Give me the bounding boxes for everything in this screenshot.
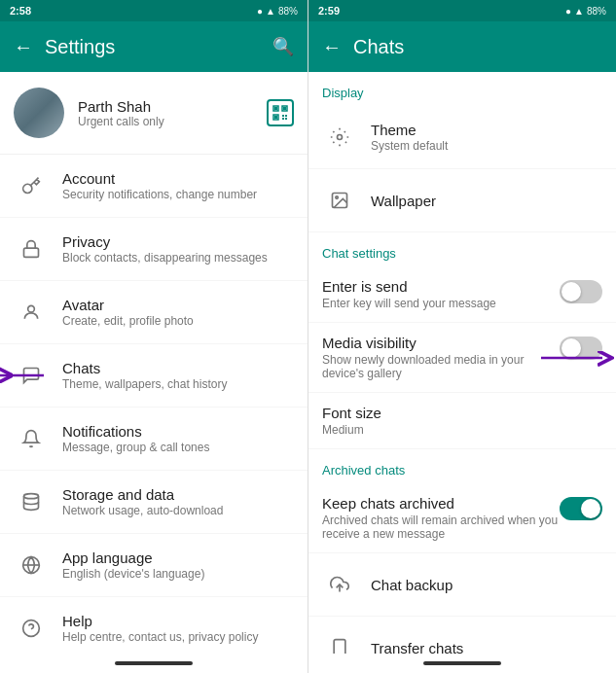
right-back-button[interactable]: ← — [322, 36, 342, 58]
right-phone: 2:59 ● ▲ 88% ← Chats Display Theme Syste… — [308, 0, 616, 673]
profile-name: Parth Shah — [78, 98, 267, 115]
svg-rect-9 — [285, 118, 287, 120]
right-time: 2:59 — [318, 5, 340, 17]
storage-icon — [14, 484, 49, 519]
svg-rect-8 — [282, 118, 284, 120]
wifi-icon: ● — [257, 6, 263, 17]
chat-settings-header: Chat settings — [308, 232, 616, 266]
keep-archived-title: Keep chats archived — [322, 495, 560, 512]
left-content: Parth Shah Urgent calls only — [0, 72, 308, 654]
avatar-subtitle: Create, edit, profile photo — [62, 314, 294, 328]
settings-item-notifications[interactable]: Notifications Message, group & call tone… — [0, 407, 308, 471]
font-size-subtitle: Medium — [322, 423, 602, 437]
right-wifi-icon: ● — [565, 6, 571, 17]
enter-is-send-knob — [562, 282, 581, 301]
transfer-chats-icon — [322, 630, 357, 654]
notifications-icon — [14, 421, 49, 456]
wallpaper-title: Wallpaper — [371, 193, 436, 209]
right-signal-icon: ▲ — [574, 6, 584, 17]
wallpaper-item[interactable]: Wallpaper — [308, 169, 616, 232]
signal-icon: ▲ — [266, 6, 275, 17]
keep-archived-subtitle: Archived chats will remain archived when… — [322, 514, 560, 541]
account-subtitle: Security notifications, change number — [62, 188, 294, 201]
wallpaper-icon — [322, 183, 357, 218]
notifications-text: Notifications Message, group & call tone… — [62, 423, 294, 454]
account-icon — [14, 168, 49, 203]
chat-backup-item[interactable]: Chat backup — [308, 553, 616, 617]
transfer-chats-item[interactable]: Transfer chats — [308, 617, 616, 654]
right-battery: 88% — [587, 6, 606, 17]
settings-item-help[interactable]: Help Help centre, contact us, privacy po… — [0, 597, 308, 654]
svg-rect-22 — [334, 640, 345, 654]
display-section-header: Display — [308, 72, 616, 106]
archived-chats-header: Archived chats — [308, 449, 616, 483]
account-title: Account — [62, 170, 294, 187]
enter-is-send-text: Enter is send Enter key will send your m… — [322, 278, 560, 310]
notifications-title: Notifications — [62, 423, 294, 440]
settings-item-chats[interactable]: Chats Theme, wallpapers, chat history — [0, 344, 308, 407]
theme-title: Theme — [371, 122, 602, 138]
avatar-icon — [14, 295, 49, 330]
settings-item-account[interactable]: Account Security notifications, change n… — [0, 155, 308, 218]
privacy-icon — [14, 231, 49, 266]
search-button[interactable]: 🔍 — [272, 36, 294, 57]
language-subtitle: English (device's language) — [62, 567, 294, 581]
avatar — [14, 88, 64, 138]
left-back-button[interactable]: ← — [14, 36, 33, 58]
qr-button[interactable] — [267, 99, 294, 126]
enter-is-send-title: Enter is send — [322, 278, 560, 295]
profile-info: Parth Shah Urgent calls only — [78, 98, 267, 128]
home-indicator — [115, 661, 193, 665]
left-top-bar: ← Settings 🔍 — [0, 21, 308, 72]
settings-item-avatar[interactable]: Avatar Create, edit, profile photo — [0, 281, 308, 344]
chat-backup-title: Chat backup — [371, 577, 453, 593]
chats-text: Chats Theme, wallpapers, chat history — [62, 360, 294, 391]
notifications-subtitle: Message, group & call tones — [62, 441, 294, 454]
avatar-title: Avatar — [62, 297, 294, 313]
right-top-bar: ← Chats — [308, 21, 616, 72]
left-phone: 2:58 ● ▲ 88% ← Settings 🔍 Parth Shah Urg… — [0, 0, 308, 673]
svg-point-11 — [28, 305, 35, 312]
privacy-text: Privacy Block contacts, disappearing mes… — [62, 233, 294, 265]
settings-item-language[interactable]: App language English (device's language) — [0, 534, 308, 597]
enter-is-send-toggle[interactable] — [560, 280, 602, 303]
svg-rect-10 — [24, 248, 39, 257]
settings-item-privacy[interactable]: Privacy Block contacts, disappearing mes… — [0, 218, 308, 281]
theme-text: Theme System default — [371, 122, 602, 153]
media-visibility-title: Media visibility — [322, 335, 560, 351]
privacy-title: Privacy — [62, 233, 294, 250]
media-visibility-subtitle: Show newly downloaded media in your devi… — [322, 353, 560, 380]
svg-point-18 — [338, 135, 343, 140]
keep-archived-text: Keep chats archived Archived chats will … — [322, 495, 560, 541]
font-size-item[interactable]: Font size Medium — [308, 393, 616, 449]
media-visibility-text: Media visibility Show newly downloaded m… — [322, 335, 560, 380]
storage-text: Storage and data Network usage, auto-dow… — [62, 486, 294, 517]
right-bottom-bar — [308, 654, 616, 673]
theme-item[interactable]: Theme System default — [308, 106, 616, 169]
transfer-chats-title: Transfer chats — [371, 640, 463, 655]
storage-subtitle: Network usage, auto-download — [62, 504, 294, 517]
font-size-text: Font size Medium — [322, 405, 602, 437]
media-visibility-item: Media visibility Show newly downloaded m… — [308, 323, 616, 393]
svg-point-12 — [24, 494, 39, 499]
left-bottom-bar — [0, 654, 308, 673]
profile-section[interactable]: Parth Shah Urgent calls only — [0, 72, 308, 155]
svg-rect-7 — [285, 115, 287, 117]
right-home-indicator — [423, 661, 501, 665]
media-visibility-toggle[interactable] — [560, 336, 602, 360]
enter-is-send-item: Enter is send Enter key will send your m… — [308, 266, 616, 323]
settings-item-storage[interactable]: Storage and data Network usage, auto-dow… — [0, 471, 308, 534]
help-subtitle: Help centre, contact us, privacy policy — [62, 630, 294, 644]
media-visibility-knob — [562, 338, 581, 358]
chat-backup-icon — [322, 567, 357, 602]
left-time: 2:58 — [10, 5, 31, 17]
help-icon — [14, 611, 49, 646]
language-title: App language — [62, 549, 294, 566]
keep-archived-knob — [581, 499, 600, 518]
right-content: Display Theme System default Wallpaper C… — [308, 72, 616, 654]
avatar-text: Avatar Create, edit, profile photo — [62, 297, 294, 328]
left-status-bar: 2:58 ● ▲ 88% — [0, 0, 308, 21]
svg-rect-1 — [274, 107, 277, 110]
language-icon — [14, 548, 49, 583]
keep-archived-toggle[interactable] — [560, 497, 602, 520]
